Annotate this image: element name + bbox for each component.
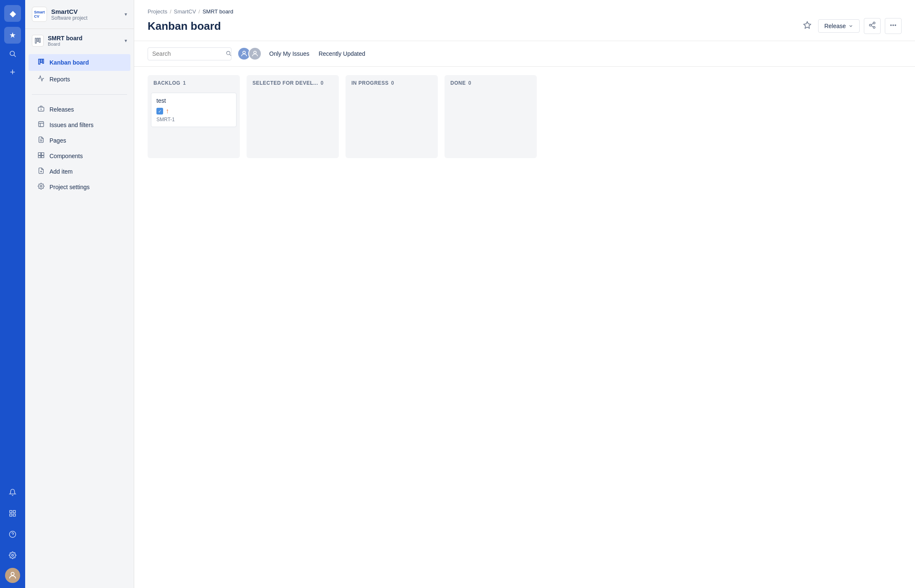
grid-rail-icon[interactable] [4,505,21,522]
svg-rect-14 [41,59,42,62]
create-icon[interactable]: + [4,64,21,81]
svg-rect-27 [42,156,44,158]
favorite-button[interactable] [801,18,814,34]
svg-point-8 [12,554,14,557]
pages-label: Pages [49,137,66,144]
board-icon [32,35,44,47]
reports-icon [37,75,45,83]
column-inprogress-count: 0 [391,80,394,86]
card-checkbox-icon: ✓ [156,108,163,114]
settings-rail-icon[interactable] [4,547,21,564]
card-title: test [156,97,231,104]
issues-icon [37,121,45,129]
page-title: Kanban board [148,20,221,33]
column-selected-body [247,91,339,158]
sidebar-item-reports[interactable]: Reports [29,71,130,88]
svg-rect-25 [42,153,44,155]
releases-label: Releases [49,106,74,113]
sidebar-nav: Kanban board Reports [25,52,134,89]
star-nav-icon[interactable]: ★ [4,27,21,44]
sidebar-item-add[interactable]: Add item [29,164,130,179]
pages-icon [37,136,45,144]
sidebar-item-releases[interactable]: Releases [29,101,130,117]
kanban-icon [37,58,45,67]
components-label: Components [49,153,83,159]
card-priority-icon: ↑ [166,107,169,115]
release-label: Release [824,23,846,29]
sidebar-project-header[interactable]: SmartCV SmartCV Software project ▾ [25,0,134,29]
more-options-button[interactable] [885,18,902,34]
svg-point-43 [254,51,256,54]
help-rail-icon[interactable] [4,526,21,543]
kanban-label: Kanban board [49,59,89,66]
share-button[interactable] [864,18,881,34]
svg-rect-11 [37,38,39,42]
column-done-count: 0 [468,80,471,86]
svg-point-40 [226,51,230,55]
search-icon [226,50,231,57]
main-content: Projects / SmartCV / SMRT board Kanban b… [134,0,915,588]
only-my-issues-button[interactable]: Only My Issues [268,48,311,60]
notifications-rail-icon[interactable] [4,484,21,501]
svg-point-30 [40,185,42,187]
project-type: Software project [51,15,88,21]
project-settings-icon [37,183,45,191]
sidebar-item-pages[interactable]: Pages [29,133,130,148]
column-backlog-count: 1 [183,80,186,86]
column-done-title: DONE [450,80,466,86]
releases-icon [37,105,45,113]
svg-line-41 [230,54,231,55]
breadcrumb-sep1: / [170,8,172,15]
breadcrumb: Projects / SmartCV / SMRT board [148,8,902,15]
board-chevron-icon[interactable]: ▾ [125,38,127,44]
column-inprogress-body [346,91,438,158]
search-box[interactable] [148,47,231,60]
board: BACKLOG 1 test ✓ ↑ SMRT-1 SELECTED FOR D… [134,67,915,588]
column-backlog-title: BACKLOG [153,80,180,86]
project-chevron-icon[interactable]: ▾ [125,11,127,17]
column-done: DONE 0 [445,75,537,158]
column-selected-title: SELECTED FOR DEVEL... [252,80,318,86]
search-nav-icon[interactable] [4,45,21,62]
column-selected-count: 0 [321,80,324,86]
svg-rect-2 [10,510,12,513]
toolbar: Only My Issues Recently Updated [134,41,915,67]
logo-icon[interactable]: ◆ [4,5,21,22]
board-name: SMRT board [48,35,82,42]
svg-point-37 [891,25,892,26]
project-logo: SmartCV [32,7,47,22]
column-selected-header: SELECTED FOR DEVEL... 0 [247,75,339,91]
column-inprogress: IN PROGRESS 0 [346,75,438,158]
search-input[interactable] [152,50,226,57]
issues-label: Issues and filters [49,122,94,128]
svg-line-36 [871,23,873,25]
svg-line-35 [871,26,873,27]
svg-rect-4 [10,514,12,516]
column-selected: SELECTED FOR DEVEL... 0 [247,75,339,158]
breadcrumb-smartcv[interactable]: SmartCV [174,8,196,15]
sidebar-item-components[interactable]: Components [29,148,130,164]
svg-point-38 [893,25,894,26]
add-item-label: Add item [49,168,73,175]
breadcrumb-board: SMRT board [203,8,233,15]
board-header[interactable]: SMRT board Board ▾ [25,29,134,52]
user-avatar-rail[interactable] [5,568,20,583]
svg-point-9 [11,572,14,575]
card-id: SMRT-1 [156,117,231,122]
sidebar-item-kanban[interactable]: Kanban board [29,54,130,71]
column-backlog-header: BACKLOG 1 [148,75,240,91]
sidebar-item-settings[interactable]: Project settings [29,179,130,195]
sidebar-item-issues[interactable]: Issues and filters [29,117,130,133]
recently-updated-button[interactable]: Recently Updated [317,48,367,60]
svg-rect-24 [38,153,41,155]
column-backlog: BACKLOG 1 test ✓ ↑ SMRT-1 [148,75,240,158]
avatar-group[interactable] [237,47,262,60]
components-icon [37,152,45,160]
project-name: SmartCV [51,8,88,15]
page-actions: Release [801,18,902,34]
avatar-user2[interactable] [248,47,262,60]
release-button[interactable]: Release [818,19,860,33]
breadcrumb-projects[interactable]: Projects [148,8,167,15]
column-backlog-body: test ✓ ↑ SMRT-1 [148,91,240,158]
card-smrt1[interactable]: test ✓ ↑ SMRT-1 [151,93,237,127]
